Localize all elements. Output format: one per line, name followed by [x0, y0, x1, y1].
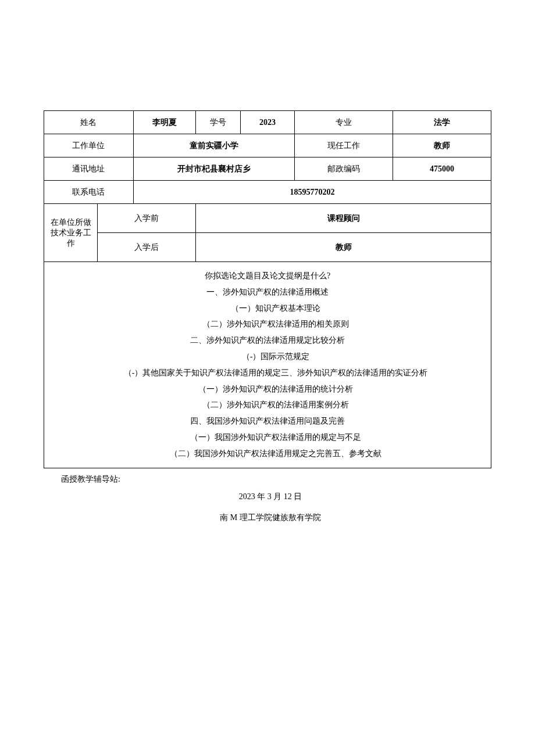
- outline-item: 四、我国涉外知识产权法律适用问题及完善: [48, 414, 487, 428]
- major-label: 专业: [294, 111, 393, 134]
- footer-institution: 南 M 理工学院健族敖有学院: [61, 513, 480, 523]
- outline-item: （二）涉外知识产权法律适用的相关原则: [48, 317, 487, 331]
- outline-item: （一）知识产权基本理论: [48, 302, 487, 316]
- name-value: 李明夏: [133, 111, 196, 134]
- outline-cell: 你拟选论文题目及论文提纲是什么? 一、涉外知识产权的法律适用概述 （一）知识产权…: [44, 262, 491, 468]
- row-address: 通讯地址 开封市杞县襄村店乡 邮政编码 475000: [44, 157, 491, 181]
- tech-before-label: 入学前: [98, 204, 196, 233]
- addr-label: 通讯地址: [44, 157, 134, 181]
- outline-item: （-）其他国家关于知识产权法律适用的规定三、涉外知识产权的法律适用的实证分析: [48, 366, 487, 380]
- workunit-label: 工作单位: [44, 134, 134, 157]
- sid-label: 学号: [196, 111, 241, 134]
- phone-value: 18595770202: [133, 181, 491, 204]
- major-value: 法学: [393, 111, 491, 134]
- tech-after-value: 教师: [196, 233, 491, 262]
- footer-station: 函授教学辅导站:: [61, 474, 480, 485]
- footer-date: 2023 年 3 月 12 日: [61, 492, 480, 502]
- addr-value: 开封市杞县襄村店乡: [133, 157, 294, 181]
- row-outline: 你拟选论文题目及论文提纲是什么? 一、涉外知识产权的法律适用概述 （一）知识产权…: [44, 262, 491, 468]
- phone-label: 联系电话: [44, 181, 134, 204]
- footer: 函授教学辅导站: 2023 年 3 月 12 日 南 M 理工学院健族敖有学院: [44, 468, 491, 523]
- outline-question: 你拟选论文题目及论文提纲是什么?: [48, 269, 487, 283]
- workunit-value: 童前实疆小学: [133, 134, 294, 157]
- row-name: 姓名 李明夏 学号 2023 专业 法学: [44, 111, 491, 134]
- outline-item: （一）我国涉外知识产权法律适用的规定与不足: [48, 431, 487, 445]
- outline-item: （-）国际示范规定: [48, 350, 487, 364]
- outline-item: （二）我国涉外知识产权法律适用规定之完善五、参考文献: [48, 447, 487, 461]
- job-label: 现任工作: [294, 134, 393, 157]
- tech-side-label: 在单位所做技术业务工作: [44, 204, 98, 262]
- outline-item: 二、涉外知识产权的法律适用规定比较分析: [48, 334, 487, 347]
- row-phone: 联系电话 18595770202: [44, 181, 491, 204]
- outline-item: （一）涉外知识产权的法律适用的统计分析: [48, 382, 487, 396]
- row-workunit: 工作单位 童前实疆小学 现任工作 教师: [44, 134, 491, 157]
- post-value: 475000: [393, 157, 491, 181]
- outline-item: 一、涉外知识产权的法律适用概述: [48, 285, 487, 299]
- tech-before-value: 课程顾问: [196, 204, 491, 233]
- document-page: 姓名 李明夏 学号 2023 专业 法学 工作单位 童前实疆小学 现任工作 教师…: [0, 0, 535, 523]
- post-label: 邮政编码: [294, 157, 393, 181]
- tech-after-label: 入学后: [98, 233, 196, 262]
- form-table: 姓名 李明夏 学号 2023 专业 法学 工作单位 童前实疆小学 现任工作 教师…: [44, 110, 491, 468]
- row-tech-before: 在单位所做技术业务工作 入学前 课程顾问: [44, 204, 491, 233]
- row-tech-after: 入学后 教师: [44, 233, 491, 262]
- sid-value: 2023: [241, 111, 294, 134]
- outline-item: （二）涉外知识产权的法律适用案例分析: [48, 398, 487, 412]
- job-value: 教师: [393, 134, 491, 157]
- name-label: 姓名: [44, 111, 134, 134]
